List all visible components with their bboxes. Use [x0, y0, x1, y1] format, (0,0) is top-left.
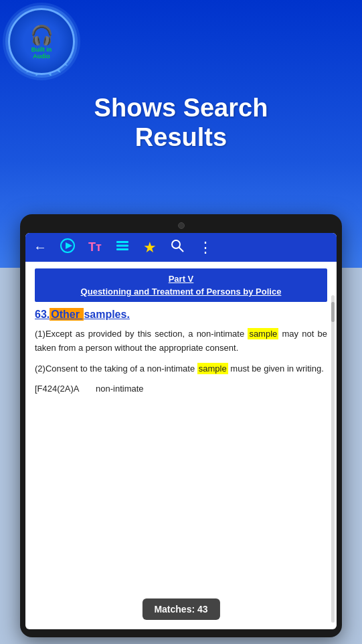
- para2-sample: sample: [197, 363, 228, 374]
- para2-end: must be given in writing.: [228, 364, 324, 374]
- logo-text-built: Built in: [30, 46, 54, 53]
- paragraph-2: (2)Consent to the taking of a non-intima…: [35, 362, 327, 376]
- more-button[interactable]: ⋮: [198, 239, 212, 256]
- play-icon: [60, 238, 75, 253]
- paragraph-1: (1)Except as provided by this section, a…: [35, 327, 327, 355]
- back-button[interactable]: ←: [33, 240, 47, 255]
- matches-badge: Matches: 43: [142, 598, 219, 620]
- section-other: Other: [50, 308, 84, 321]
- logo-circle: 🎧 Built in Audio: [8, 8, 75, 75]
- para1-sample: sample: [248, 328, 278, 339]
- para1-start: (1)Except as provided by this section, a…: [35, 329, 248, 339]
- svg-rect-5: [116, 248, 128, 250]
- title-area: Shows Search Results: [0, 94, 362, 152]
- section-samples: samples.: [84, 309, 129, 320]
- search-icon: [170, 238, 185, 253]
- logo-container: 🎧 Built in Audio: [8, 8, 75, 75]
- tablet-camera: [178, 222, 185, 229]
- svg-line-7: [179, 248, 183, 252]
- part-number: Part V: [43, 274, 319, 284]
- part-header: Part V Questioning and Treatment of Pers…: [35, 268, 327, 302]
- content-area: Part V Questioning and Treatment of Pers…: [25, 262, 337, 629]
- scrollbar-track[interactable]: [331, 295, 335, 623]
- para2-start: (2)Consent to the taking of a non-intima…: [35, 364, 197, 374]
- svg-rect-4: [116, 245, 128, 247]
- svg-rect-3: [116, 241, 128, 243]
- para3-text: [F424(2A)A non-intimate: [35, 384, 144, 394]
- section-link[interactable]: 63.Other samples.: [35, 308, 130, 321]
- paragraph-3: [F424(2A)A non-intimate: [35, 382, 327, 396]
- search-button[interactable]: [170, 238, 185, 256]
- font-size-button[interactable]: Tт: [88, 240, 102, 254]
- section-number: 63.: [35, 309, 50, 320]
- svg-point-6: [172, 240, 180, 248]
- play-button[interactable]: [60, 238, 75, 256]
- page-title: Shows Search Results: [0, 94, 362, 152]
- tablet-frame: ← Tт ★: [20, 214, 342, 637]
- list-icon: [115, 238, 130, 253]
- list-button[interactable]: [115, 238, 130, 256]
- svg-marker-2: [66, 242, 72, 249]
- section-title: 63.Other samples.: [35, 309, 327, 321]
- logo-text-audio: Audio: [30, 53, 54, 60]
- device-container: ← Tт ★: [20, 214, 342, 637]
- headphone-icon: 🎧: [30, 25, 54, 46]
- tablet-screen: ← Tт ★: [25, 233, 337, 629]
- toolbar: ← Tт ★: [25, 233, 337, 262]
- scrollbar-thumb[interactable]: [331, 302, 335, 322]
- part-title: Questioning and Treatment of Persons by …: [43, 287, 319, 297]
- content-scroll: Part V Questioning and Treatment of Pers…: [25, 262, 337, 629]
- star-button[interactable]: ★: [143, 239, 157, 256]
